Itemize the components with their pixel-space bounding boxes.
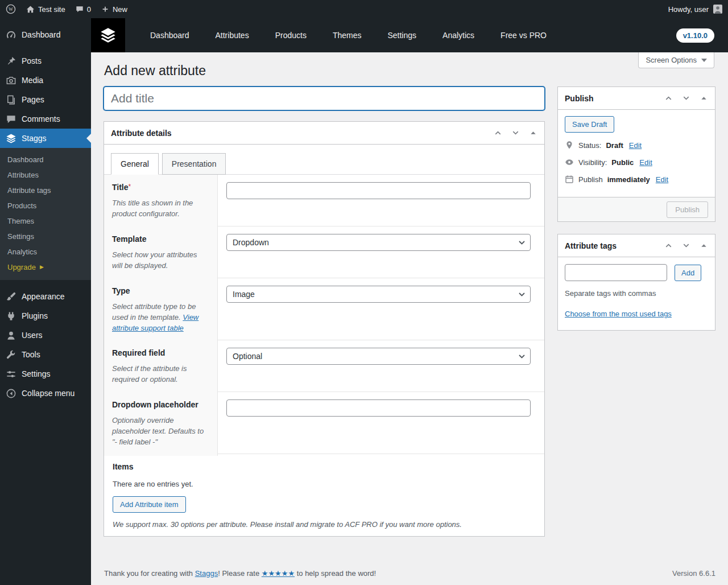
items-empty-text: There are no entries yet. — [113, 480, 536, 488]
box-title: Attribute tags — [565, 241, 664, 250]
publish-button[interactable]: Publish — [667, 201, 708, 218]
title-field-input[interactable] — [226, 182, 531, 199]
sidebar-item-comments[interactable]: Comments — [0, 109, 91, 129]
field-label: Required field — [112, 348, 165, 357]
toggle-panel-icon[interactable] — [700, 241, 708, 250]
sidebar-item-staggs[interactable]: Staggs — [0, 129, 91, 148]
publish-box-body: Save Draft Status: Draft Edit Visibility… — [558, 110, 715, 184]
field-row-title: Title* This title as shown in the produc… — [104, 175, 544, 226]
wordpress-logo[interactable]: W — [6, 4, 16, 14]
attribute-tags-box: Attribute tags Add Separate tags with co… — [557, 234, 715, 331]
toggle-panel-icon[interactable] — [529, 129, 537, 137]
upgrade-label: Upgrade — [7, 263, 36, 271]
add-attribute-item-button[interactable]: Add Attribute item — [113, 496, 186, 513]
move-up-icon[interactable] — [494, 129, 502, 137]
move-down-icon[interactable] — [682, 94, 690, 102]
footer-text: to help spread the word! — [295, 569, 376, 578]
calendar-icon — [565, 175, 574, 184]
type-select[interactable]: Image — [226, 286, 531, 303]
sidebar-item-plugins[interactable]: Plugins — [0, 306, 91, 326]
submenu-item-upgrade[interactable]: Upgrade ▶ — [0, 259, 91, 275]
field-label: Title — [112, 183, 129, 192]
toggle-panel-icon[interactable] — [700, 94, 708, 102]
sidebar-item-collapse-menu[interactable]: Collapse menu — [0, 384, 91, 403]
visibility-label: Visibility: — [578, 158, 607, 167]
nav-item-analytics[interactable]: Analytics — [442, 31, 474, 40]
sidebar-item-label: Tools — [22, 350, 40, 359]
move-up-icon[interactable] — [664, 94, 673, 102]
nav-item-themes[interactable]: Themes — [333, 31, 362, 40]
account-menu[interactable]: Howdy, user — [668, 5, 722, 14]
template-select[interactable]: Dropdown — [226, 234, 531, 251]
sidebar-item-media[interactable]: Media — [0, 71, 91, 90]
edit-status-link[interactable]: Edit — [629, 141, 642, 150]
rating-stars-link[interactable]: ★★★★★ — [262, 569, 295, 578]
visibility-row: Visibility: Public Edit — [565, 158, 708, 167]
attribute-details-header: Attribute details — [104, 122, 544, 145]
staggs-link[interactable]: Staggs — [195, 569, 218, 578]
required-select-value: Optional — [233, 352, 262, 361]
most-used-tags-link[interactable]: Choose from the most used tags — [565, 310, 672, 318]
screen-options-button[interactable]: Screen Options — [638, 52, 714, 68]
sidebar-item-users[interactable]: Users — [0, 326, 91, 345]
edit-schedule-link[interactable]: Edit — [656, 175, 668, 184]
status-label: Status: — [578, 141, 601, 150]
save-draft-button[interactable]: Save Draft — [565, 116, 614, 133]
comments-link[interactable]: 0 — [76, 5, 91, 14]
field-input-cell: Dropdown — [218, 226, 544, 279]
admin-sidebar: Dashboard Posts Media Pages Comments Sta… — [0, 18, 91, 585]
nav-item-settings[interactable]: Settings — [387, 31, 416, 40]
sidebar-item-posts[interactable]: Posts — [0, 51, 91, 71]
version-badge: v1.10.0 — [676, 28, 714, 43]
attribute-title-input[interactable] — [104, 86, 545, 110]
comment-icon — [6, 114, 16, 125]
submenu-item-themes[interactable]: Themes — [0, 213, 91, 229]
box-title: Publish — [565, 94, 664, 103]
sidebar-item-label: Comments — [22, 114, 60, 123]
sidebar-item-dashboard[interactable]: Dashboard — [0, 25, 91, 44]
field-input-cell — [218, 175, 544, 228]
tab-general[interactable]: General — [111, 153, 159, 175]
field-row-type: Type Select attribute type to be used in… — [104, 278, 544, 340]
move-down-icon[interactable] — [682, 241, 690, 250]
field-description: Select if the attribute is required or o… — [112, 364, 209, 385]
publish-time-value: immediately — [607, 175, 650, 184]
nav-item-products[interactable]: Products — [275, 31, 307, 40]
publish-time-label: Publish — [578, 175, 603, 184]
sidebar-item-label: Staggs — [22, 134, 47, 143]
add-tag-button[interactable]: Add — [675, 265, 701, 281]
nav-item-attributes[interactable]: Attributes — [216, 31, 249, 40]
nav-item-free-vs-pro[interactable]: Free vs PRO — [500, 31, 547, 40]
tag-input[interactable] — [565, 264, 667, 281]
submenu-item-attributes[interactable]: Attributes — [0, 167, 91, 183]
submenu-item-attribute-tags[interactable]: Attribute tags — [0, 183, 91, 198]
footer-text: ! Please rate — [218, 569, 262, 578]
field-input-cell: Optional — [218, 340, 544, 393]
edit-visibility-link[interactable]: Edit — [639, 158, 652, 167]
sidebar-item-pages[interactable]: Pages — [0, 90, 91, 109]
site-name-link[interactable]: Test site — [26, 5, 65, 14]
new-content-link[interactable]: New — [101, 5, 127, 14]
footer-text: Thank you for creating with — [104, 569, 195, 578]
submenu-item-products[interactable]: Products — [0, 198, 91, 213]
avatar — [713, 5, 722, 14]
move-down-icon[interactable] — [511, 129, 520, 137]
box-handle-actions — [494, 129, 537, 137]
sidebar-item-appearance[interactable]: Appearance — [0, 287, 91, 306]
tab-presentation[interactable]: Presentation — [162, 153, 226, 175]
plus-icon — [101, 5, 109, 13]
dropdown-placeholder-input[interactable] — [226, 399, 531, 417]
field-label-cell: Dropdown placeholder Optionally override… — [104, 392, 218, 456]
submenu-item-dashboard[interactable]: Dashboard — [0, 152, 91, 167]
move-up-icon[interactable] — [664, 241, 673, 250]
tag-add-row: Add — [565, 264, 708, 281]
nav-item-dashboard[interactable]: Dashboard — [150, 31, 189, 40]
sidebar-item-tools[interactable]: Tools — [0, 345, 91, 364]
wp-version: Version 6.6.1 — [672, 569, 715, 578]
staggs-logo[interactable] — [91, 18, 125, 52]
required-select[interactable]: Optional — [226, 348, 531, 365]
submenu-item-settings[interactable]: Settings — [0, 229, 91, 244]
submenu-item-analytics[interactable]: Analytics — [0, 244, 91, 259]
plug-icon — [6, 311, 16, 322]
sidebar-item-settings[interactable]: Settings — [0, 364, 91, 384]
